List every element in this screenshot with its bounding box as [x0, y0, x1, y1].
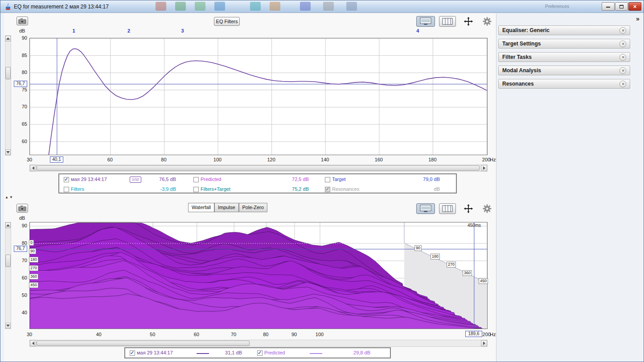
scroll-left-arrow[interactable]	[30, 165, 36, 171]
section-equaliser[interactable]: Equaliser: Generic »	[498, 25, 630, 35]
scroll-right-arrow[interactable]	[481, 340, 487, 346]
axis-tick-label: 3	[180, 28, 185, 33]
section-title: Equaliser: Generic	[502, 27, 550, 33]
scroll-up-arrow[interactable]	[5, 36, 11, 41]
axis-tick-label: 120	[264, 157, 279, 162]
filters-target-value: 75,2 dB	[277, 186, 309, 192]
bottom-chart-vertical-scrollbar[interactable]	[5, 222, 11, 329]
axis-tick-label: 100	[210, 157, 225, 162]
restore-button[interactable]	[615, 2, 628, 11]
restore-icon	[619, 5, 623, 8]
chevron-expand-icon[interactable]: »	[619, 81, 626, 87]
chevron-expand-icon[interactable]: »	[619, 41, 626, 47]
axis-tick-label: 50	[12, 292, 27, 298]
axis-tick-label: 90	[414, 245, 422, 251]
top-cursor-hz-label: 40,1	[50, 156, 63, 163]
scrollbar-thumb[interactable]	[5, 255, 11, 267]
bottom-chart-horizontal-scrollbar[interactable]	[29, 340, 488, 347]
graph-settings-button-top[interactable]	[482, 16, 492, 26]
predicted-checkbox[interactable]	[193, 177, 199, 182]
pan-zoom-button-top[interactable]	[459, 16, 477, 27]
scroll-down-arrow[interactable]	[5, 323, 11, 329]
scroll-up-arrow[interactable]	[5, 222, 11, 228]
minimize-button[interactable]	[602, 2, 615, 11]
axis-tick-label: 450	[29, 282, 38, 288]
axis-tick-label: 40	[12, 310, 27, 315]
chevron-expand-icon[interactable]: »	[619, 54, 626, 61]
tab-pole-zero[interactable]: Pole-Zero	[239, 203, 267, 212]
filters-label: Filters	[71, 186, 84, 192]
chevron-expand-icon[interactable]: »	[619, 27, 626, 34]
axis-tick-label: 360	[463, 270, 472, 276]
scrollbar-thumb[interactable]	[37, 165, 480, 171]
axis-tick-label: 80	[156, 157, 171, 162]
axis-tick-label: 70	[12, 104, 27, 109]
target-value: 79,0 dB	[408, 177, 440, 182]
scroll-right-arrow[interactable]	[481, 165, 487, 171]
eq-filters-plot[interactable]	[29, 38, 488, 155]
axis-tick-label: 75	[12, 87, 27, 92]
filters-target-checkbox[interactable]	[193, 187, 199, 192]
waterfall-surface	[30, 222, 488, 329]
splitter-collapse-up[interactable]: ▲	[5, 195, 8, 200]
filters-checkbox[interactable]	[64, 187, 69, 192]
waterfall-plot[interactable]	[29, 222, 488, 329]
axis-tick-label: 80	[12, 70, 27, 75]
measurement-value: 76,5 dB	[144, 177, 176, 182]
tab-waterfall[interactable]: Waterfall	[188, 203, 214, 212]
graph-settings-button-bottom[interactable]	[482, 204, 492, 214]
section-target-settings[interactable]: Target Settings »	[498, 39, 630, 49]
scrollbar-thumb[interactable]	[5, 67, 11, 79]
measurement-value: 31,1 dB	[210, 350, 242, 355]
bottom-cursor-db-label: 76,7	[14, 246, 27, 252]
smoothing-selector[interactable]: 1/12	[130, 177, 141, 183]
section-modal-analysis[interactable]: Modal Analysis »	[498, 66, 630, 75]
splitter-collapse-down[interactable]: ▼	[9, 195, 13, 200]
graph-window-button-bottom[interactable]	[416, 203, 435, 214]
axis-tick-label: 1	[71, 28, 76, 33]
filters-target-label: Filters+Target	[201, 186, 230, 192]
close-button[interactable]: ×	[628, 2, 641, 11]
section-title: Target Settings	[502, 41, 541, 47]
rew-eq-window: EQ for measurement 2 мая 29 13:44:17 Pre…	[0, 0, 644, 362]
axis-tick-label: 80	[258, 332, 273, 337]
scrollbar-thumb[interactable]	[37, 341, 250, 346]
bottom-chart-tabs: Waterfall Impulse Pole-Zero	[188, 203, 267, 212]
collapse-panel-button[interactable]: »	[633, 15, 642, 23]
axis-tick-label: 270	[447, 262, 456, 267]
measurement-label: мая 29 13:44:17	[137, 350, 173, 355]
chevron-expand-icon[interactable]: »	[619, 67, 626, 74]
section-resonances[interactable]: Resonances »	[498, 79, 630, 89]
axis-tick-label: 90	[12, 223, 27, 228]
capture-graph-button-top[interactable]	[16, 16, 28, 25]
monitor-icon	[420, 205, 431, 213]
java-app-icon	[4, 3, 12, 10]
pan-zoom-button-bottom[interactable]	[459, 203, 477, 214]
axis-tick-label: 4	[415, 28, 420, 33]
predicted-checkbox[interactable]	[257, 350, 263, 356]
resonances-value: dB	[408, 186, 440, 192]
axis-tick-label: 60	[12, 139, 27, 144]
measurement-label: мая 29 13:44:17	[71, 177, 107, 182]
values-table-button-top[interactable]	[439, 16, 456, 27]
values-table-button-bottom[interactable]	[439, 203, 456, 214]
section-filter-tasks[interactable]: Filter Tasks »	[498, 52, 630, 62]
resonances-checkbox[interactable]	[325, 187, 330, 192]
top-chart-horizontal-scrollbar[interactable]	[29, 165, 488, 172]
capture-graph-button-bottom[interactable]	[16, 204, 28, 213]
minimize-icon	[606, 6, 610, 8]
axis-tick-label: 200	[480, 332, 494, 337]
scroll-down-arrow[interactable]	[5, 149, 11, 155]
graph-window-button-top[interactable]	[416, 16, 435, 27]
scroll-left-arrow[interactable]	[30, 340, 36, 346]
measurement-checkbox[interactable]	[130, 350, 135, 356]
target-checkbox[interactable]	[325, 177, 330, 182]
axis-tick-label: 180	[425, 157, 439, 162]
axis-tick-label: 90	[12, 35, 27, 41]
top-chart-vertical-scrollbar[interactable]	[5, 35, 11, 156]
axis-tick-label: 90	[29, 248, 36, 254]
waterfall-time-axis-max: 450ms	[468, 223, 481, 228]
measurement-checkbox[interactable]	[64, 177, 69, 182]
tab-impulse[interactable]: Impulse	[214, 203, 239, 212]
graph-selector-button[interactable]: EQ Filters	[214, 17, 240, 26]
